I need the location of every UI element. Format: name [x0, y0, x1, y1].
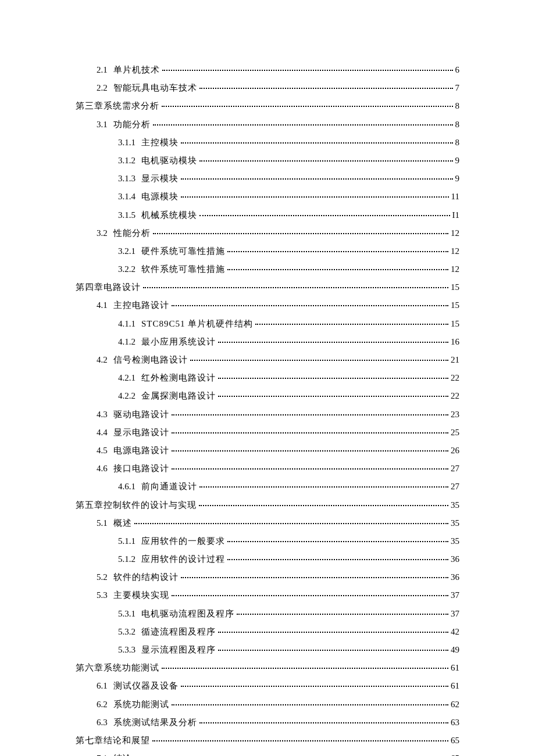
toc-page-number: 61 — [451, 680, 459, 692]
toc-page-number: 35 — [451, 535, 459, 547]
toc-entry: 3.2性能分析12 — [76, 227, 459, 239]
toc-label: 功能分析 — [113, 119, 151, 131]
toc-number: 4.6.1 — [118, 481, 135, 493]
toc-number: 3.1.3 — [118, 173, 135, 185]
toc-label: 第五章控制软件的设计与实现 — [76, 499, 197, 511]
toc-number: 5.3.1 — [118, 608, 135, 620]
toc-page-number: 9 — [455, 155, 460, 167]
toc-entry: 第七章结论和展望65 — [76, 734, 459, 747]
toc-leader-dots — [143, 287, 448, 288]
toc-page-number: 36 — [451, 553, 459, 565]
toc-number: 3.2.1 — [118, 245, 135, 257]
toc-page-number: 8 — [455, 100, 460, 112]
toc-number: 4.1.1 — [118, 318, 135, 330]
toc-page-number: 25 — [451, 427, 459, 439]
toc-leader-dots — [162, 70, 453, 71]
toc-number: 5.3 — [97, 589, 108, 601]
toc-entry: 6.3系统测试结果及分析63 — [76, 716, 459, 729]
toc-number: 5.1.1 — [118, 535, 135, 547]
toc-number: 3.2.2 — [118, 263, 135, 275]
toc-page-number: 49 — [451, 644, 459, 656]
toc-label: 结论 — [113, 753, 132, 756]
toc-leader-dots — [218, 378, 448, 379]
toc-entry: 5.3.3显示流程图及程序49 — [76, 644, 459, 656]
toc-label: 单片机技术 — [113, 64, 160, 76]
toc-entry: 4.2.1红外检测电路设计22 — [76, 372, 459, 384]
toc-leader-dots — [255, 324, 448, 325]
toc-number: 3.1.4 — [118, 191, 135, 203]
toc-entry: 3.1.3显示模块9 — [76, 173, 459, 185]
toc-page-number: 37 — [451, 608, 459, 620]
toc-leader-dots — [199, 160, 453, 162]
toc-label: 软件的结构设计 — [113, 571, 179, 583]
toc-entry: 4.5电源电路设计26 — [76, 445, 459, 457]
toc-page-number: 8 — [455, 137, 460, 149]
toc-label: 应用软件的一般要求 — [141, 535, 225, 547]
toc-leader-dots — [162, 668, 448, 669]
toc-leader-dots — [172, 432, 448, 433]
toc-page-number: 22 — [451, 390, 459, 402]
toc-page-number: 15 — [451, 318, 459, 330]
toc-number: 3.1.2 — [118, 155, 135, 167]
toc-page-number: 42 — [451, 626, 459, 638]
toc-entry: 4.1.1STC89C51 单片机硬件结构15 — [76, 318, 459, 330]
toc-label: STC89C51 单片机硬件结构 — [141, 318, 253, 330]
toc-leader-dots — [199, 88, 453, 89]
toc-entry: 4.4显示电路设计25 — [76, 427, 459, 439]
toc-number: 4.2.1 — [118, 372, 135, 384]
toc-leader-dots — [227, 541, 448, 542]
toc-page-number: 11 — [451, 191, 459, 203]
toc-page-number: 65 — [451, 734, 459, 747]
toc-entry: 第六章系统功能测试61 — [76, 662, 459, 674]
toc-label: 电机驱动模块 — [141, 155, 197, 167]
toc-leader-dots — [218, 632, 448, 633]
toc-entry: 2.2智能玩具电动车技术7 — [76, 82, 459, 94]
toc-leader-dots — [172, 414, 448, 415]
toc-leader-dots — [162, 106, 453, 107]
toc-label: 第三章系统需求分析 — [76, 100, 159, 112]
toc-entry: 3.1.5机械系统模块I1 — [76, 209, 459, 221]
toc-page-number: 22 — [451, 372, 459, 384]
toc-leader-dots — [172, 305, 448, 306]
toc-entry: 3.2.2软件系统可靠性措施12 — [76, 263, 459, 275]
toc-entry: 5.1概述35 — [76, 517, 459, 529]
toc-entry: 3.2.1硬件系统可靠性措施12 — [76, 245, 459, 257]
toc-leader-dots — [134, 523, 448, 524]
toc-number: 4.6 — [97, 463, 108, 475]
toc-label: 显示模块 — [141, 173, 179, 185]
toc-label: 显示流程图及程序 — [141, 644, 216, 656]
toc-number: 2.2 — [97, 82, 108, 94]
toc-page-number: 27 — [451, 463, 459, 475]
toc-leader-dots — [199, 505, 448, 506]
toc-number: 4.1 — [97, 299, 108, 311]
toc-entry: 第三章系统需求分析8 — [76, 100, 459, 112]
toc-leader-dots — [218, 396, 448, 397]
table-of-contents: 2.1单片机技术62.2智能玩具电动车技术7第三章系统需求分析83.1功能分析8… — [76, 64, 459, 756]
toc-leader-dots — [190, 360, 448, 361]
toc-page-number: 12 — [451, 263, 459, 275]
toc-page-number: 6 — [455, 64, 460, 76]
toc-number: 3.1.5 — [118, 209, 135, 221]
toc-entry: 4.2信号检测电路设计21 — [76, 354, 459, 366]
toc-entry: 5.2软件的结构设计36 — [76, 571, 459, 583]
toc-leader-dots — [153, 124, 453, 126]
toc-label: 接口电路设计 — [113, 463, 169, 475]
toc-leader-dots — [172, 468, 448, 470]
toc-entry: 第四章电路设计15 — [76, 281, 459, 293]
toc-entry: 4.6接口电路设计27 — [76, 463, 459, 475]
toc-number: 4.5 — [97, 445, 108, 457]
toc-entry: 3.1.1主控模块8 — [76, 137, 459, 149]
toc-entry: 5.3主要模块实现37 — [76, 589, 459, 601]
toc-number: 4.3 — [97, 409, 108, 421]
toc-leader-dots — [227, 559, 448, 560]
toc-label: 第七章结论和展望 — [76, 734, 150, 747]
toc-label: 显示电路设计 — [113, 427, 169, 439]
toc-page-number: 27 — [451, 481, 459, 493]
toc-label: 第四章电路设计 — [76, 281, 141, 293]
toc-page-number: 15 — [451, 299, 459, 311]
toc-page-number: 7 — [455, 82, 460, 94]
toc-entry: 6.1测试仪器及设备61 — [76, 680, 459, 692]
toc-number: 6.2 — [97, 698, 108, 711]
toc-label: 驱动电路设计 — [113, 409, 169, 421]
toc-number: 3.1.1 — [118, 137, 135, 149]
